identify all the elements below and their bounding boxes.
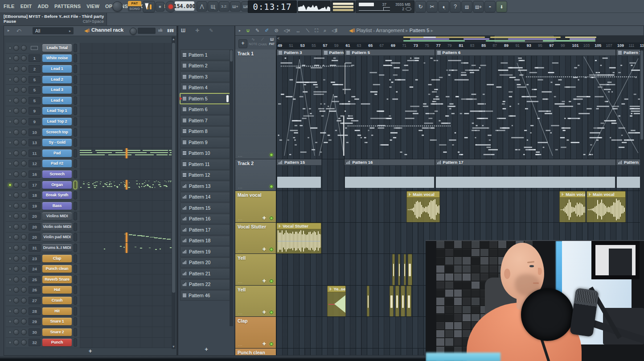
clip-header[interactable]: Pattern 17 <box>435 159 615 166</box>
channel-number[interactable]: 5 <box>29 76 41 83</box>
channel-preview[interactable] <box>80 285 172 296</box>
volume-knob[interactable] <box>21 55 27 61</box>
pan-knob[interactable] <box>13 287 19 293</box>
menu-item-view[interactable]: VIEW <box>86 4 99 9</box>
audio-clip[interactable] <box>408 254 412 286</box>
channel-button[interactable]: Lead Top 2 <box>42 118 72 125</box>
pattern-item[interactable]: Pattern 13 <box>180 181 230 191</box>
pan-knob[interactable] <box>13 329 19 335</box>
volume-knob[interactable] <box>21 108 27 114</box>
menu-item-file[interactable]: FILE <box>4 4 15 9</box>
volume-knob[interactable] <box>21 277 27 282</box>
channel-led[interactable] <box>8 246 12 249</box>
play-icon[interactable]: ▸ <box>8 28 10 33</box>
channel-preview[interactable] <box>80 75 172 85</box>
channel-number[interactable]: 11 <box>29 149 41 157</box>
channel-button[interactable]: Organ <box>42 181 72 189</box>
channel-led[interactable] <box>8 299 12 302</box>
channel-led[interactable] <box>8 194 12 197</box>
volume-knob[interactable] <box>21 129 27 135</box>
pattern-item[interactable]: Pattern 8 <box>180 126 230 137</box>
channel-preview[interactable] <box>80 54 172 64</box>
pattern-clip[interactable]: Pattern 4 <box>322 50 344 159</box>
volume-knob[interactable] <box>21 298 27 303</box>
channel-preview[interactable] <box>80 43 172 54</box>
pattern-item[interactable]: Pattern 18 <box>180 236 230 246</box>
playback-icon[interactable]: ◁‖ <box>332 28 337 33</box>
channel-preview[interactable] <box>80 274 172 285</box>
channel-led[interactable] <box>8 225 12 228</box>
volume-knob[interactable] <box>21 171 27 177</box>
volume-knob[interactable] <box>21 77 27 83</box>
picker-edit-icon[interactable]: ✎ <box>209 28 213 33</box>
pan-knob[interactable] <box>13 119 19 124</box>
channel-number[interactable]: 25 <box>29 276 41 283</box>
pan-knob[interactable] <box>13 171 19 177</box>
channel-number[interactable]: 27 <box>29 297 41 304</box>
pattern-item[interactable]: Pattern 14 <box>180 192 230 203</box>
tab-note[interactable]: ∿NOTE <box>249 37 258 46</box>
channel-preview[interactable] <box>80 306 172 317</box>
track-header-yell[interactable]: Yell...✚ <box>235 286 276 317</box>
pattern-item[interactable]: Pattern 7 <box>180 115 230 126</box>
channel-preview[interactable] <box>80 327 172 338</box>
track-header-yell[interactable]: Yell...✚ <box>235 254 276 286</box>
pattern-item[interactable]: Pattern 6 <box>180 104 230 115</box>
channel-led[interactable] <box>8 278 12 281</box>
rack-swing-knob[interactable] <box>130 28 137 35</box>
channel-number[interactable]: 18 <box>29 191 41 199</box>
channel-button[interactable]: Hat <box>42 286 72 294</box>
track-mute-led[interactable] <box>270 153 273 157</box>
channel-preview[interactable] <box>80 316 172 327</box>
channel-preview[interactable] <box>80 222 172 232</box>
channel-number[interactable]: 32 <box>29 339 41 346</box>
track-mute-led[interactable] <box>270 185 273 188</box>
pattern-clip[interactable]: Pattern 15 <box>276 159 321 191</box>
pattern-item[interactable]: Pattern 21 <box>180 268 230 279</box>
pattern-item[interactable]: Pattern 4 <box>180 83 230 93</box>
channel-button[interactable]: Bass <box>42 202 72 210</box>
pan-knob[interactable] <box>13 161 19 166</box>
channel-preview[interactable] <box>80 243 172 253</box>
pattern-item[interactable]: Pattern 11 <box>180 159 230 170</box>
undo-icon-button[interactable]: ↻ <box>415 1 426 12</box>
pattern-item[interactable]: Pattern 19 <box>180 246 230 257</box>
volume-knob[interactable] <box>21 329 27 335</box>
graph-editor-icon[interactable]: ıılı <box>158 28 163 33</box>
volume-knob[interactable] <box>21 87 27 93</box>
volume-knob[interactable] <box>21 245 27 251</box>
pattern-clip[interactable]: Pattern 17 <box>435 159 615 191</box>
channel-preview[interactable] <box>80 201 172 212</box>
volume-knob[interactable] <box>21 319 27 324</box>
pan-knob[interactable] <box>13 308 19 314</box>
tab-chan[interactable]: ⟋CHAN <box>258 37 267 46</box>
play-icon[interactable]: ▸ <box>239 29 241 33</box>
picker-add-icon[interactable]: ✚ <box>195 28 199 33</box>
track-options[interactable]: ... <box>238 216 243 221</box>
pan-knob[interactable] <box>13 319 19 324</box>
channel-button[interactable]: Lead 4 <box>42 97 72 104</box>
volume-knob[interactable] <box>21 224 27 230</box>
volume-knob[interactable] <box>21 45 27 51</box>
slip-icon[interactable]: ↔ <box>296 28 301 33</box>
track-header-track-2[interactable]: Track 2... <box>235 159 276 191</box>
channel-button[interactable]: Snare 2 <box>42 328 72 336</box>
pattern-list-scrollbar[interactable] <box>230 50 233 326</box>
pattern-item[interactable]: Pattern 9 <box>180 137 230 148</box>
comment-button[interactable]: ◓ <box>484 1 496 12</box>
channel-led[interactable] <box>8 331 12 334</box>
pan-knob[interactable] <box>13 213 19 219</box>
channel-button[interactable]: Lead Top 1 <box>42 107 72 115</box>
help-button[interactable]: ? <box>450 1 461 12</box>
channel-number[interactable]: 5 <box>29 86 41 94</box>
pattern-clip[interactable]: Pattern 3 <box>276 50 321 159</box>
pattern-item[interactable]: Pattern 17 <box>180 224 230 235</box>
audio-clip[interactable] <box>367 286 369 317</box>
slice-icon[interactable]: ⟍ <box>306 28 310 33</box>
pan-knob[interactable] <box>13 55 19 61</box>
channel-led[interactable] <box>8 215 12 218</box>
save-new-version-button[interactable]: ▤+ <box>473 1 484 12</box>
menu-item-patterns[interactable]: PATTERNS <box>54 4 81 9</box>
pan-knob[interactable] <box>13 129 19 135</box>
audio-clip[interactable] <box>401 286 405 317</box>
